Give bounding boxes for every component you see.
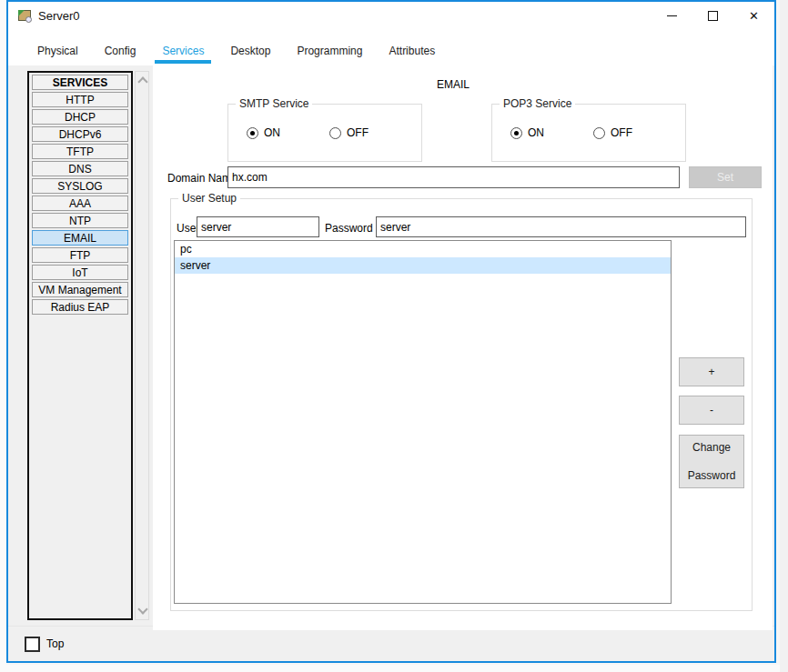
window-controls: ✕ [652, 2, 774, 29]
user-setup-group: User Setup User Password pc server + - C… [170, 198, 753, 611]
smtp-off-label: OFF [347, 126, 369, 139]
minimize-button[interactable] [652, 2, 692, 29]
set-button[interactable]: Set [689, 166, 762, 188]
change-password-line1: Change [692, 441, 731, 454]
change-password-line2: Password [688, 469, 736, 482]
services-page: SERVICES HTTP DHCP DHCPv6 TFTP DNS SYSLO… [8, 65, 774, 626]
sidebar-item-iot[interactable]: IoT [32, 265, 128, 280]
background-app-strip-right [780, 0, 788, 672]
password-label: Password [325, 222, 373, 235]
close-icon: ✕ [749, 10, 759, 22]
sidebar-scrollbar[interactable] [135, 71, 149, 620]
sidebar-item-tftp[interactable]: TFTP [32, 144, 128, 159]
sidebar-item-http[interactable]: HTTP [32, 92, 128, 107]
remove-user-button[interactable]: - [679, 396, 744, 425]
domain-name-input[interactable] [227, 166, 680, 188]
maximize-button[interactable] [692, 2, 733, 29]
pop3-on-option[interactable]: ON [510, 126, 544, 139]
close-button[interactable]: ✕ [733, 2, 774, 29]
tab-services[interactable]: Services [153, 37, 213, 65]
smtp-on-radio[interactable] [247, 127, 258, 139]
sidebar-item-email[interactable]: EMAIL [32, 230, 128, 246]
tab-desktop[interactable]: Desktop [221, 37, 279, 65]
add-user-button[interactable]: + [679, 357, 744, 386]
pop3-off-label: OFF [611, 126, 632, 139]
top-checkbox-label: Top [46, 637, 64, 650]
list-item-server[interactable]: server [175, 257, 671, 274]
server-device-icon [18, 10, 31, 21]
services-sidebar: SERVICES HTTP DHCP DHCPv6 TFTP DNS SYSLO… [27, 71, 133, 620]
list-item-pc[interactable]: pc [175, 241, 671, 257]
smtp-on-option[interactable]: ON [247, 126, 280, 139]
footer-bar: Top [8, 626, 774, 661]
user-setup-label: User Setup [178, 192, 240, 205]
tab-bar: Physical Config Services Desktop Program… [8, 29, 774, 65]
tab-physical[interactable]: Physical [28, 37, 87, 65]
sidebar-item-dhcpv6[interactable]: DHCPv6 [32, 126, 128, 142]
smtp-on-label: ON [264, 126, 280, 139]
sidebar-item-syslog[interactable]: SYSLOG [32, 178, 128, 194]
sidebar-header-services: SERVICES [32, 75, 128, 90]
sidebar-item-dhcp[interactable]: DHCP [32, 109, 128, 125]
user-list[interactable]: pc server [174, 240, 672, 604]
tab-config[interactable]: Config [96, 37, 146, 65]
pop3-service-group: POP3 Service ON OFF [491, 104, 686, 162]
background-app-strip-bottom [0, 665, 788, 672]
pop3-off-option[interactable]: OFF [593, 126, 632, 139]
smtp-service-group: SMTP Service ON OFF [227, 104, 422, 162]
email-service-panel: EMAIL SMTP Service ON OFF POP3 Serv [153, 65, 773, 630]
sidebar-item-ftp[interactable]: FTP [32, 247, 128, 263]
page-title: EMAIL [153, 78, 753, 91]
top-checkbox[interactable] [25, 637, 40, 652]
smtp-off-radio[interactable] [329, 127, 341, 139]
pop3-off-radio[interactable] [593, 127, 605, 139]
scroll-down-icon[interactable] [137, 604, 147, 614]
pop3-on-label: ON [528, 126, 544, 139]
smtp-off-option[interactable]: OFF [329, 126, 369, 139]
pop3-radio-row: ON OFF [492, 105, 685, 161]
change-password-button[interactable]: Change Password [679, 435, 744, 488]
sidebar-item-dns[interactable]: DNS [32, 161, 128, 176]
sidebar-item-radius-eap[interactable]: Radius EAP [32, 299, 128, 315]
user-input[interactable] [197, 216, 319, 237]
server0-window: Server0 ✕ Physical Config Services Deskt… [6, 0, 776, 663]
sidebar-item-ntp[interactable]: NTP [32, 213, 128, 228]
scroll-up-icon[interactable] [137, 76, 147, 86]
server-icon-leaf [18, 10, 25, 16]
smtp-radio-row: ON OFF [228, 105, 421, 161]
pop3-on-radio[interactable] [510, 127, 522, 139]
tab-attributes[interactable]: Attributes [379, 37, 444, 65]
password-input[interactable] [376, 216, 746, 237]
title-bar[interactable]: Server0 ✕ [8, 2, 774, 29]
minimize-icon [667, 15, 677, 16]
window-title: Server0 [38, 9, 80, 23]
background-app-strip-left [0, 0, 6, 672]
sidebar-item-aaa[interactable]: AAA [32, 196, 128, 211]
maximize-icon [708, 11, 718, 21]
tab-programming[interactable]: Programming [288, 37, 371, 65]
magnifier-icon [25, 16, 32, 23]
sidebar-item-vm-management[interactable]: VM Management [32, 282, 128, 297]
